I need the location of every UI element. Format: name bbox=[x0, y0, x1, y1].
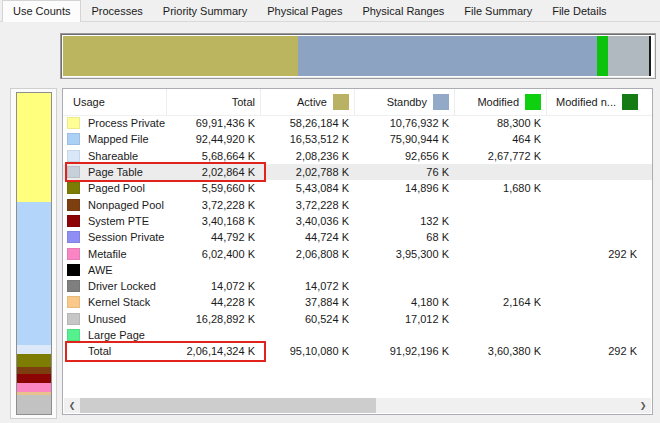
bar-segment-shareable bbox=[17, 345, 51, 354]
table-row[interactable]: Total 2,06,14,324 K 95,10,080 K 91,92,19… bbox=[63, 343, 652, 359]
table-row[interactable]: Page Table 2,02,864 K 2,02,788 K 76 K bbox=[63, 164, 652, 180]
tab-physical-pages[interactable]: Physical Pages bbox=[257, 2, 352, 21]
cell-total: 69,91,436 K bbox=[167, 115, 261, 131]
column-header-standby-label: Standby bbox=[387, 96, 427, 108]
cell-standby: 91,92,196 K bbox=[355, 343, 455, 359]
column-header-standby[interactable]: Standby bbox=[355, 89, 455, 115]
cell-modified bbox=[455, 196, 547, 212]
cell-standby: 132 K bbox=[355, 213, 455, 229]
cell-modified-no-write: 292 K bbox=[547, 245, 643, 261]
table-row[interactable]: AWE bbox=[63, 262, 652, 278]
cell-standby bbox=[355, 327, 455, 343]
cell-active: 60,524 K bbox=[261, 311, 355, 327]
usage-breakdown-bar bbox=[16, 92, 52, 415]
column-header-modified-no-write-label: Modified n... bbox=[556, 96, 616, 108]
cell-modified bbox=[455, 213, 547, 229]
table-row[interactable]: Shareable 5,68,664 K 2,08,236 K 92,656 K… bbox=[63, 148, 652, 164]
cell-active bbox=[261, 262, 355, 278]
cell-modified bbox=[455, 245, 547, 261]
bar-segment-modified bbox=[597, 36, 608, 76]
use-counts-table: Usage Total Active Standby Modified Modi… bbox=[62, 88, 653, 415]
cell-modified: 1,680 K bbox=[455, 180, 547, 196]
cell-active: 16,53,512 K bbox=[261, 131, 355, 147]
cell-standby: 14,896 K bbox=[355, 180, 455, 196]
tab-file-summary[interactable]: File Summary bbox=[454, 2, 542, 21]
cell-standby bbox=[355, 196, 455, 212]
scrollbar-track[interactable] bbox=[80, 398, 635, 413]
table-row[interactable]: Large Page bbox=[63, 327, 652, 343]
cell-total: 14,072 K bbox=[167, 278, 261, 294]
cell-standby: 76 K bbox=[355, 164, 455, 180]
cell-modified: 464 K bbox=[455, 131, 547, 147]
cell-modified-no-write bbox=[547, 278, 643, 294]
scroll-right-button[interactable]: ❯ bbox=[635, 398, 651, 413]
row-usage-label: AWE bbox=[88, 264, 113, 276]
column-header-total[interactable]: Total bbox=[167, 89, 261, 115]
table-row[interactable]: Kernel Stack 44,228 K 37,884 K 4,180 K 2… bbox=[63, 294, 652, 310]
memory-usage-bar bbox=[63, 36, 653, 76]
table-row[interactable]: Mapped File 92,44,920 K 16,53,512 K 75,9… bbox=[63, 131, 652, 147]
cell-active: 95,10,080 K bbox=[261, 343, 355, 359]
row-usage-label: Large Page bbox=[88, 329, 145, 341]
modified-color-swatch bbox=[525, 94, 541, 110]
cell-active: 3,40,036 K bbox=[261, 213, 355, 229]
row-color-swatch bbox=[67, 231, 80, 243]
scroll-left-button[interactable]: ❮ bbox=[64, 398, 80, 413]
cell-total: 3,72,228 K bbox=[167, 196, 261, 212]
cell-modified-no-write bbox=[547, 327, 643, 343]
column-header-modified[interactable]: Modified bbox=[455, 89, 547, 115]
bar-segment-process-private bbox=[17, 93, 51, 202]
cell-modified-no-write bbox=[547, 262, 643, 278]
cell-active: 37,884 K bbox=[261, 294, 355, 310]
row-usage-label: Total bbox=[88, 345, 111, 357]
table-row[interactable]: Paged Pool 5,59,660 K 5,43,084 K 14,896 … bbox=[63, 180, 652, 196]
scrollbar-thumb[interactable] bbox=[80, 398, 376, 413]
cell-total: 16,28,892 K bbox=[167, 311, 261, 327]
cell-modified: 2,164 K bbox=[455, 294, 547, 310]
table-row[interactable]: Process Private 69,91,436 K 58,26,184 K … bbox=[63, 115, 652, 131]
cell-total: 5,68,664 K bbox=[167, 148, 261, 164]
tab-file-details[interactable]: File Details bbox=[542, 2, 616, 21]
bar-segment-system-pte bbox=[17, 374, 51, 383]
column-header-modified-no-write[interactable]: Modified n... bbox=[547, 89, 643, 115]
column-header-modified-label: Modified bbox=[477, 96, 519, 108]
bar-segment-metafile bbox=[17, 383, 51, 393]
table-row[interactable]: Nonpaged Pool 3,72,228 K 3,72,228 K bbox=[63, 196, 652, 212]
bar-segment-mapped-file bbox=[17, 202, 51, 345]
row-usage-label: Unused bbox=[88, 313, 126, 325]
cell-modified-no-write bbox=[547, 196, 643, 212]
cell-active: 2,02,788 K bbox=[261, 164, 355, 180]
cell-active: 14,072 K bbox=[261, 278, 355, 294]
cell-standby: 17,012 K bbox=[355, 311, 455, 327]
cell-standby: 3,95,300 K bbox=[355, 245, 455, 261]
tab-priority-summary[interactable]: Priority Summary bbox=[153, 2, 257, 21]
row-usage-label: Driver Locked bbox=[88, 280, 156, 292]
cell-standby bbox=[355, 262, 455, 278]
table-row[interactable]: System PTE 3,40,168 K 3,40,036 K 132 K bbox=[63, 213, 652, 229]
cell-active bbox=[261, 327, 355, 343]
tab-use-counts[interactable]: Use Counts bbox=[2, 0, 81, 22]
cell-total: 44,792 K bbox=[167, 229, 261, 245]
column-header-active[interactable]: Active bbox=[261, 89, 355, 115]
tab-bar: Use Counts Processes Priority Summary Ph… bbox=[0, 0, 660, 22]
cell-total bbox=[167, 327, 261, 343]
bar-segment-active bbox=[63, 36, 298, 76]
table-row[interactable]: Metafile 6,02,400 K 2,06,808 K 3,95,300 … bbox=[63, 245, 652, 261]
cell-modified: 3,60,380 K bbox=[455, 343, 547, 359]
active-color-swatch bbox=[333, 94, 349, 110]
bar-segment-gap bbox=[651, 36, 653, 76]
tab-processes[interactable]: Processes bbox=[81, 2, 152, 21]
cell-standby: 4,180 K bbox=[355, 294, 455, 310]
cell-active: 2,06,808 K bbox=[261, 245, 355, 261]
cell-modified-no-write bbox=[547, 229, 643, 245]
column-header-usage[interactable]: Usage bbox=[63, 89, 167, 115]
tab-physical-ranges[interactable]: Physical Ranges bbox=[352, 2, 454, 21]
row-color-swatch bbox=[67, 166, 80, 178]
table-row[interactable]: Session Private 44,792 K 44,724 K 68 K bbox=[63, 229, 652, 245]
row-color-swatch bbox=[67, 215, 80, 227]
cell-standby: 10,76,932 K bbox=[355, 115, 455, 131]
table-row[interactable]: Driver Locked 14,072 K 14,072 K bbox=[63, 278, 652, 294]
table-row[interactable]: Unused 16,28,892 K 60,524 K 17,012 K bbox=[63, 311, 652, 327]
row-color-swatch bbox=[67, 296, 80, 308]
cell-modified-no-write bbox=[547, 164, 643, 180]
